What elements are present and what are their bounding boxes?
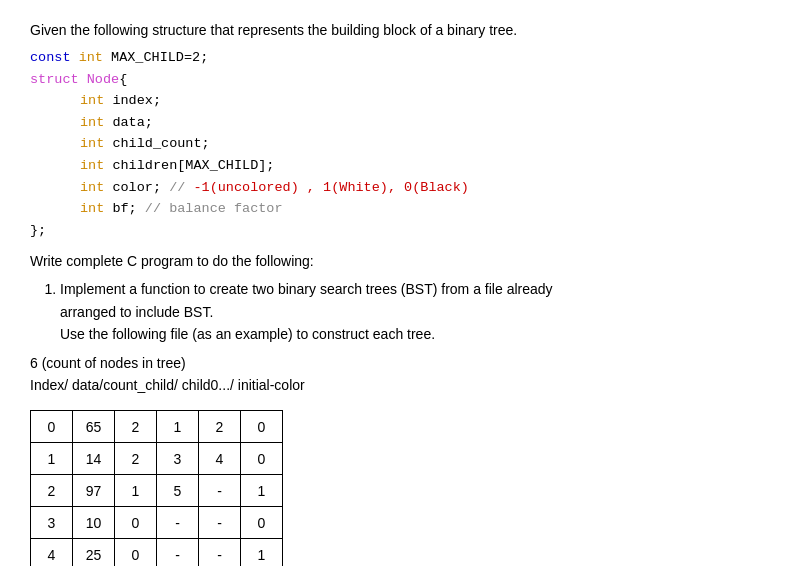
table-cell: 4 [31,539,73,566]
int-type-3: int [80,136,104,151]
struct-keyword: struct Node [30,72,119,87]
table-cell: 97 [73,475,115,507]
int-type-4: int [80,158,104,173]
table-cell: 1 [241,539,283,566]
table-cell: 2 [31,475,73,507]
table-cell: 1 [241,475,283,507]
code-comment-2: // balance factor [145,201,283,216]
code-line7: int color; // -1(uncolored) , 1(White), … [30,177,750,199]
table-cell: 10 [73,507,115,539]
table-row: 4250--1 [31,539,283,566]
instruction-list: Implement a function to create two binar… [30,278,750,345]
table-cell: 14 [73,443,115,475]
table-cell: 65 [73,411,115,443]
table-cell: 0 [115,539,157,566]
table-cell: 4 [199,443,241,475]
table-cell: 3 [31,507,73,539]
instruction-item-1-sub: Use the following file (as an example) t… [60,323,750,345]
table-cell: 1 [115,475,157,507]
table-cell: 2 [199,411,241,443]
table-cell: - [157,507,199,539]
code-line5: int child_count; [30,133,750,155]
table-cell: - [157,539,199,566]
table-cell: 0 [241,443,283,475]
int-type-6: int [80,201,104,216]
intro-description: Given the following structure that repre… [30,20,750,41]
instruction-item-1-continued: arranged to include BST. [60,301,750,323]
table-cell: 2 [115,411,157,443]
int-type-5: int [80,180,104,195]
code-line2: struct Node{ [30,72,127,87]
table-row: 1142340 [31,443,283,475]
table-row: 0652120 [31,411,283,443]
code-line4: int data; [30,112,750,134]
table-cell: - [199,539,241,566]
index-text: Index/ data/count_child/ child0.../ init… [30,374,750,396]
instruction-item-1-text: Implement a function to create two binar… [60,281,553,297]
main-content: Given the following structure that repre… [30,20,750,566]
int-type-2: int [80,115,104,130]
int-type-1: int [80,93,104,108]
table-cell: 5 [157,475,199,507]
table-cell: 1 [157,411,199,443]
code-line6: int children[MAX_CHILD]; [30,155,750,177]
data-table: 0652120114234029715-13100--04250--151010… [30,410,283,566]
closing-brace: }; [30,220,750,242]
int-keyword: int [79,50,103,65]
table-cell: 0 [115,507,157,539]
code-comment-1: // [169,180,193,195]
count-text: 6 (count of nodes in tree) [30,352,750,374]
table-row: 29715-1 [31,475,283,507]
table-cell: 25 [73,539,115,566]
code-block: const int MAX_CHILD=2; struct Node{ int … [30,47,750,241]
code-line8: int bf; // balance factor [30,198,750,220]
table-row: 3100--0 [31,507,283,539]
table-cell: 2 [115,443,157,475]
table-cell: 3 [157,443,199,475]
table-cell: 0 [241,411,283,443]
table-cell: - [199,507,241,539]
table-cell: - [199,475,241,507]
table-cell: 0 [31,411,73,443]
max-child-decl: MAX_CHILD=2; [111,50,208,65]
instructions-section: Write complete C program to do the follo… [30,251,750,345]
code-line1: const int MAX_CHILD=2; [30,50,208,65]
table-cell: 0 [241,507,283,539]
table-cell: 1 [31,443,73,475]
code-line3: int index; [30,90,750,112]
const-keyword: const [30,50,71,65]
write-label: Write complete C program to do the follo… [30,251,750,272]
instruction-item-1: Implement a function to create two binar… [60,278,750,345]
